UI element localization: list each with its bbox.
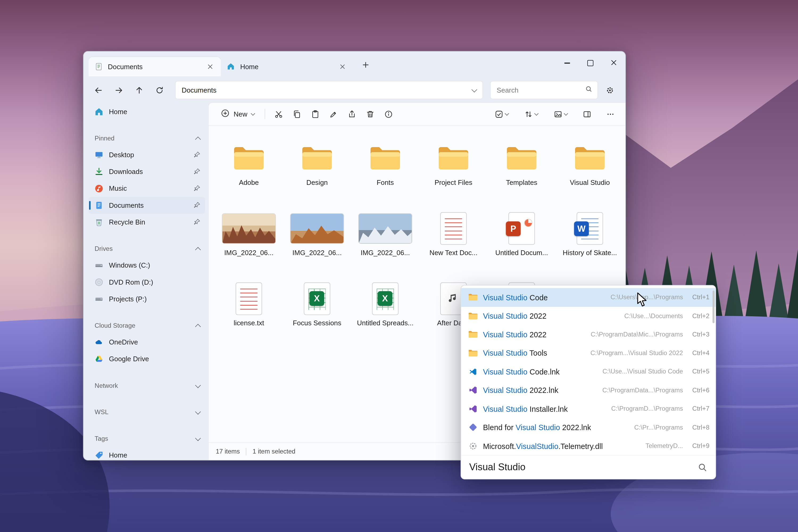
result-path: TelemetryD... bbox=[640, 442, 683, 450]
search-query-bar[interactable]: Visual Studio bbox=[461, 455, 716, 479]
search-result[interactable]: Visual Studio 2022.lnk C:\ProgramData...… bbox=[461, 381, 716, 400]
properties-icon[interactable] bbox=[379, 105, 397, 122]
photo-thumbnail bbox=[290, 210, 343, 247]
file-tile[interactable]: Visual Studio bbox=[558, 140, 622, 207]
sidebar-item-label: Projects (P:) bbox=[109, 295, 201, 303]
file-tile[interactable]: Project Files bbox=[421, 140, 486, 207]
result-name: Visual Studio Code bbox=[483, 293, 548, 302]
new-tab-button[interactable] bbox=[357, 56, 374, 73]
paste-button[interactable] bbox=[306, 105, 324, 122]
settings-gear-icon[interactable] bbox=[601, 81, 619, 99]
sidebar-item-documents[interactable]: Documents bbox=[89, 197, 205, 214]
sidebar-item-music[interactable]: Music bbox=[89, 180, 205, 197]
sidebar-item-onedrive[interactable]: OneDrive bbox=[89, 334, 205, 350]
rename-button[interactable] bbox=[324, 105, 343, 122]
result-shortcut: Ctrl+7 bbox=[683, 405, 709, 412]
sidebar-section-cloud-storage[interactable]: Cloud Storage bbox=[89, 318, 205, 334]
search-result[interactable]: Visual Studio Code.lnk C:\Use...\Visual … bbox=[461, 362, 716, 381]
sidebar-item-home[interactable]: Home bbox=[89, 103, 205, 120]
sidebar-item-windows-c[interactable]: Windows (C:) bbox=[89, 257, 205, 274]
folder-icon bbox=[468, 329, 478, 339]
desktop-icon bbox=[95, 151, 103, 159]
search-result[interactable]: Visual Studio 2022 C:\Use...\Documents C… bbox=[461, 307, 716, 325]
chevron-down-icon[interactable] bbox=[471, 87, 477, 92]
close-icon[interactable] bbox=[337, 61, 348, 72]
search-result[interactable]: Visual Studio Code C:\Users\App...\Progr… bbox=[461, 288, 716, 307]
sidebar-item-tag-home[interactable]: Home bbox=[89, 447, 205, 460]
selection-count: 1 item selected bbox=[252, 448, 295, 455]
maximize-button[interactable] bbox=[578, 51, 602, 75]
sidebar-item-label: Windows (C:) bbox=[109, 262, 201, 269]
file-tile[interactable]: New Text Doc... bbox=[421, 210, 486, 278]
folder-icon bbox=[301, 140, 333, 177]
sidebar-section-wsl[interactable]: WSL bbox=[89, 404, 205, 420]
search-result[interactable]: Visual Studio Tools C:\Program...\Visual… bbox=[461, 344, 716, 362]
search-result[interactable]: Blend for Visual Studio 2022.lnk C:\Pr..… bbox=[461, 418, 716, 437]
sidebar-item-dvd-rom-d[interactable]: DVD Rom (D:) bbox=[89, 274, 205, 290]
file-tile[interactable]: Fonts bbox=[353, 140, 417, 207]
sidebar-item-google-drive[interactable]: Google Drive bbox=[89, 350, 205, 367]
close-icon[interactable] bbox=[205, 61, 216, 72]
sidebar-item-label: Music bbox=[109, 185, 188, 193]
scrollbar[interactable] bbox=[712, 290, 715, 323]
close-button[interactable] bbox=[602, 51, 625, 75]
sidebar-item-projects-p[interactable]: Projects (P:) bbox=[89, 290, 205, 307]
search-result[interactable]: Visual Studio 2022 C:\ProgramData\Mic...… bbox=[461, 325, 716, 344]
search-result[interactable]: Visual Studio Installer.lnk C:\ProgramD.… bbox=[461, 400, 716, 418]
back-button[interactable] bbox=[90, 81, 107, 99]
file-tile[interactable]: IMG_2022_06... bbox=[285, 210, 349, 278]
more-icon[interactable] bbox=[601, 105, 620, 122]
folder-icon bbox=[468, 348, 478, 358]
sidebar-section-drives[interactable]: Drives bbox=[89, 241, 205, 257]
photo-thumbnail bbox=[359, 210, 412, 247]
forward-button[interactable] bbox=[110, 81, 127, 99]
search-box[interactable] bbox=[490, 81, 598, 99]
powerpoint-document-icon: P bbox=[508, 210, 535, 247]
file-tile[interactable]: X Focus Sessions bbox=[285, 280, 349, 348]
result-name: Visual Studio Code.lnk bbox=[483, 367, 560, 376]
file-label: Focus Sessions bbox=[293, 319, 341, 327]
sidebar-item-recycle-bin[interactable]: Recycle Bin bbox=[89, 214, 205, 231]
file-tile[interactable]: Templates bbox=[490, 140, 554, 207]
search-input[interactable] bbox=[496, 86, 586, 94]
pin-icon bbox=[193, 202, 201, 209]
file-tile[interactable]: P Untitled Docum... bbox=[490, 210, 554, 278]
sidebar-item-downloads[interactable]: Downloads bbox=[89, 163, 205, 180]
tab-home[interactable]: Home bbox=[221, 57, 353, 76]
view-button[interactable] bbox=[548, 105, 573, 122]
pin-icon bbox=[193, 185, 201, 193]
sidebar-item-label: Downloads bbox=[109, 168, 188, 175]
results-list: Visual Studio Code C:\Users\App...\Progr… bbox=[461, 288, 716, 455]
file-tile[interactable]: IMG_2022_06... bbox=[353, 210, 417, 278]
sidebar-item-desktop[interactable]: Desktop bbox=[89, 147, 205, 163]
share-button[interactable] bbox=[343, 105, 361, 122]
new-button[interactable]: New bbox=[215, 105, 261, 122]
tab-documents[interactable]: Documents bbox=[89, 57, 221, 76]
file-tile[interactable]: W History of Skate... bbox=[558, 210, 622, 278]
chevron-down-icon bbox=[195, 408, 201, 414]
file-tile[interactable]: X Untitled Spreads... bbox=[353, 280, 417, 348]
document-icon bbox=[95, 62, 103, 71]
up-button[interactable] bbox=[130, 81, 148, 99]
file-tile[interactable]: license.txt bbox=[217, 280, 281, 348]
folder-icon bbox=[369, 140, 401, 177]
copy-button[interactable] bbox=[288, 105, 306, 122]
delete-button[interactable] bbox=[361, 105, 379, 122]
sidebar-section-pinned[interactable]: Pinned bbox=[89, 130, 205, 147]
file-label: Untitled Docum... bbox=[495, 249, 548, 257]
result-name: Visual Studio Tools bbox=[483, 349, 547, 358]
sort-button[interactable] bbox=[519, 105, 543, 122]
search-result[interactable]: Microsoft.VisualStudio.Telemetry.dll Tel… bbox=[461, 437, 716, 455]
sidebar-section-tags[interactable]: Tags bbox=[89, 431, 205, 447]
details-pane-button[interactable] bbox=[578, 105, 596, 122]
select-button[interactable] bbox=[489, 105, 514, 122]
minimize-button[interactable] bbox=[555, 51, 578, 75]
address-bar[interactable]: Documents bbox=[175, 81, 483, 99]
sidebar-section-network[interactable]: Network bbox=[89, 378, 205, 394]
cut-button[interactable] bbox=[269, 105, 288, 122]
file-tile[interactable]: IMG_2022_06... bbox=[217, 210, 281, 278]
result-shortcut: Ctrl+2 bbox=[683, 312, 709, 320]
refresh-icon[interactable] bbox=[151, 81, 168, 99]
file-tile[interactable]: Design bbox=[285, 140, 349, 207]
file-tile[interactable]: Adobe bbox=[217, 140, 281, 207]
